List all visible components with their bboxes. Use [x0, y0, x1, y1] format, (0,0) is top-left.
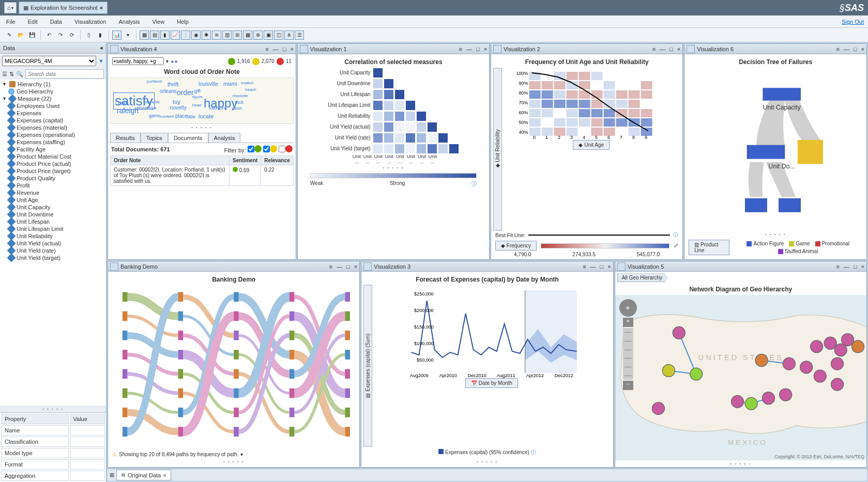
list-icon[interactable]: ☰	[2, 71, 7, 77]
sort-icon[interactable]: ⇅	[9, 71, 14, 77]
info-icon[interactable]: ⓘ	[531, 449, 536, 455]
x-axis-button[interactable]: 📅 Date by Month	[465, 378, 518, 388]
tb-tree-icon[interactable]: ⋔	[284, 30, 294, 40]
corr-cell[interactable]	[416, 89, 427, 100]
corr-cell[interactable]	[373, 79, 383, 89]
word-louisville[interactable]: louisville	[199, 81, 218, 87]
word-unit[interactable]: unit	[118, 100, 127, 106]
x-axis-button[interactable]: ◆ Unit Age	[573, 140, 610, 150]
corr-cell[interactable]	[394, 122, 405, 132]
tb-table-icon[interactable]: ▦	[140, 30, 149, 40]
tb-heatmap-icon[interactable]: ▦	[243, 30, 252, 40]
close-icon[interactable]: ×	[100, 5, 103, 11]
word-figure[interactable]: figure	[192, 95, 203, 99]
word-location[interactable]: location	[241, 81, 253, 85]
corr-cell[interactable]	[416, 133, 427, 143]
minimize-icon[interactable]: —	[273, 46, 279, 52]
hierarchy-group[interactable]: ▼ Hierarchy (1)	[0, 81, 106, 88]
corr-cell[interactable]	[438, 133, 448, 143]
corr-cell[interactable]	[384, 122, 394, 132]
zoom-in-button[interactable]: +	[623, 318, 633, 327]
measure-item[interactable]: Expenses (operational)	[0, 131, 106, 138]
word-gift[interactable]: gift	[194, 88, 201, 94]
tb-save-icon[interactable]: 💾	[27, 30, 37, 40]
measure-item[interactable]: Product Quality	[0, 175, 106, 182]
sign-out-link[interactable]: Sign Out	[842, 19, 864, 25]
corr-cell[interactable]	[416, 111, 427, 121]
frequency-button[interactable]: ◆ Frequency	[495, 241, 537, 251]
filter-icon[interactable]: ▼	[98, 58, 104, 64]
corr-cell[interactable]	[394, 133, 405, 143]
corr-cell[interactable]	[427, 68, 437, 78]
sankey-chart[interactable]	[110, 285, 357, 450]
corr-cell[interactable]	[394, 111, 405, 121]
dropdown-icon[interactable]: ▾	[166, 58, 169, 64]
tb-network-icon[interactable]: ✱	[202, 30, 211, 40]
geo-hierarchy-item[interactable]: Geo Hierarchy	[0, 88, 106, 95]
menu-edit[interactable]: Edit	[26, 18, 40, 26]
corr-cell[interactable]	[449, 79, 459, 89]
zoom-out-button[interactable]: −	[623, 381, 633, 390]
corr-cell[interactable]	[449, 111, 459, 121]
measure-item[interactable]: Unit Capacity	[0, 204, 106, 211]
corr-cell[interactable]	[373, 133, 383, 143]
corr-cell[interactable]	[427, 144, 437, 154]
close-icon[interactable]: ×	[163, 472, 166, 478]
menu-file[interactable]: File	[4, 18, 18, 26]
menu-visualization[interactable]: Visualization	[72, 18, 109, 26]
filter-red-checkbox[interactable]	[279, 146, 285, 152]
corr-cell[interactable]	[405, 89, 416, 100]
close-icon[interactable]: ×	[290, 46, 293, 52]
tb-treemap-icon[interactable]: ▣	[264, 30, 273, 40]
geo-breadcrumb[interactable]: All Geo Hierarchy	[617, 273, 668, 282]
corr-cell[interactable]	[438, 79, 448, 89]
word-nashville[interactable]: nashville	[144, 100, 160, 104]
topic-filter-input[interactable]	[112, 57, 164, 65]
word-order[interactable]: order	[177, 88, 194, 97]
corr-cell[interactable]	[416, 144, 427, 154]
measure-item[interactable]: Product Material Cost	[0, 153, 106, 160]
corr-cell[interactable]	[449, 68, 459, 78]
banking-titlebar[interactable]: Banking Demo ≡—□×	[108, 261, 359, 272]
measure-item[interactable]: Expenses (staffing)	[0, 138, 106, 146]
corr-cell[interactable]	[384, 133, 394, 143]
corr-cell[interactable]	[438, 122, 448, 132]
corr-cell[interactable]	[438, 68, 448, 78]
corr-cell[interactable]	[449, 144, 459, 154]
corr-cell[interactable]	[405, 122, 416, 132]
measure-item[interactable]: Expenses	[0, 110, 106, 117]
corr-cell[interactable]	[427, 133, 437, 143]
datasource-select[interactable]: MEGACORP5_4M	[2, 56, 96, 66]
y-axis-button[interactable]: ◆ Unit Reliability	[493, 68, 502, 230]
corr-cell[interactable]	[449, 122, 459, 132]
menu-analysis[interactable]: Analysis	[117, 18, 142, 26]
tb-redo-icon[interactable]: ↷	[55, 30, 66, 40]
corr-cell[interactable]	[405, 133, 416, 143]
measure-item[interactable]: Expenses (capital)	[0, 117, 106, 124]
menu-data[interactable]: Data	[48, 18, 64, 26]
corr-cell[interactable]	[373, 111, 383, 121]
tab-results[interactable]: Results	[110, 133, 141, 143]
viz6-titlebar[interactable]: Visualization 6 ≡—□×	[684, 44, 866, 54]
original-data-tab[interactable]: ≋ Original Data ×	[116, 470, 171, 480]
tb-dropdown-icon[interactable]: ▾	[123, 30, 133, 40]
viz5-titlebar[interactable]: Visualization 5 ≡—□×	[615, 261, 866, 272]
word-albuquerque[interactable]: albuquerque	[136, 106, 157, 110]
measure-item[interactable]: Unit Yield (target)	[0, 254, 106, 261]
measure-item[interactable]: Unit Reliability	[0, 232, 106, 240]
filter-green-checkbox[interactable]	[248, 146, 254, 152]
corr-cell[interactable]	[405, 100, 416, 111]
tb-wordcloud-icon[interactable]: ☰	[295, 30, 304, 40]
corr-cell[interactable]	[427, 100, 437, 111]
exploration-tab[interactable]: ▦ Exploration for Screenshot ×	[19, 2, 108, 14]
word-toy[interactable]: toy	[173, 99, 180, 105]
corr-cell[interactable]	[438, 89, 448, 100]
tb-scatter-icon[interactable]: ⋮	[181, 30, 190, 40]
tb-refresh-icon[interactable]: ⟳	[67, 30, 77, 40]
tb-line-icon[interactable]: 📈	[171, 30, 180, 40]
tb-box-icon[interactable]: ⊞	[233, 30, 242, 40]
tab-analysis[interactable]: Analysis	[208, 133, 241, 143]
corr-cell[interactable]	[384, 68, 394, 78]
word-baltimore[interactable]: baltimore	[209, 106, 226, 111]
correlation-matrix[interactable]	[373, 68, 459, 154]
